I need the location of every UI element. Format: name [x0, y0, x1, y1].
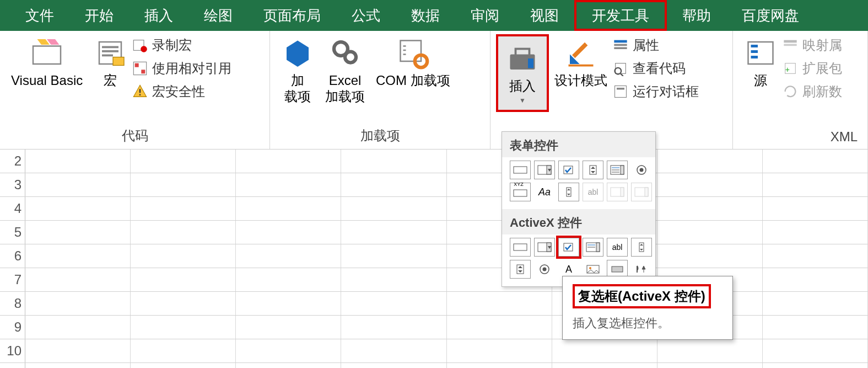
- tooltip-body: 插入复选框控件。: [573, 315, 723, 332]
- tab-baidu-netdisk[interactable]: 百度网盘: [726, 0, 815, 31]
- row-header[interactable]: 2: [0, 150, 25, 173]
- svg-rect-32: [617, 88, 624, 90]
- view-code-button[interactable]: 查看代码: [613, 60, 699, 77]
- use-relative-refs-button[interactable]: 使用相对引用: [132, 60, 231, 77]
- svg-rect-63: [645, 188, 648, 196]
- row-header[interactable]: 5: [0, 221, 25, 244]
- activex-textbox-control[interactable]: abl: [607, 238, 628, 257]
- ribbon-group-addins: 加 载项 Excel 加载项 COM 加载项 加载项: [270, 31, 490, 149]
- svg-rect-24: [572, 42, 587, 58]
- svg-rect-15: [139, 94, 141, 95]
- properties-button[interactable]: 属性: [613, 36, 699, 54]
- tab-data[interactable]: 数据: [396, 0, 455, 31]
- svg-rect-0: [33, 46, 61, 65]
- row-header[interactable]: 3: [0, 173, 25, 196]
- row-header[interactable]: 11: [0, 363, 25, 368]
- tab-draw[interactable]: 绘图: [188, 0, 248, 31]
- row-header[interactable]: 9: [0, 316, 25, 339]
- row-header[interactable]: 6: [0, 244, 25, 268]
- gear-icon: [328, 36, 362, 70]
- svg-marker-16: [287, 41, 309, 67]
- svg-rect-64: [514, 244, 527, 250]
- tab-formulas[interactable]: 公式: [336, 0, 396, 31]
- svg-rect-41: [514, 167, 527, 173]
- activex-command-button-control[interactable]: [510, 238, 531, 257]
- map-properties-icon: [783, 38, 798, 53]
- svg-point-80: [543, 268, 547, 271]
- row-header[interactable]: 8: [0, 292, 25, 315]
- activex-option-button-control[interactable]: [534, 260, 555, 279]
- addins-button[interactable]: 加 载项: [276, 34, 320, 107]
- group-code-label: 代码: [6, 126, 264, 148]
- svg-rect-22: [516, 49, 530, 56]
- form-checkbox-control[interactable]: [558, 161, 579, 179]
- excel-addins-button[interactable]: Excel 加载项: [320, 34, 370, 107]
- activex-spin-button-control[interactable]: [510, 260, 531, 279]
- com-addins-button[interactable]: COM 加载项: [370, 34, 456, 91]
- record-macro-icon: [132, 38, 148, 53]
- svg-rect-56: [514, 190, 527, 196]
- form-combo-dropdown-control[interactable]: [631, 183, 652, 201]
- xml-source-button[interactable]: 源: [738, 34, 783, 91]
- ribbon-group-code: Visual Basic 宏 录制宏 使用相对引用 宏: [0, 31, 270, 149]
- svg-point-9: [141, 46, 147, 52]
- properties-icon: [613, 38, 628, 53]
- form-label-control[interactable]: Aa: [534, 183, 555, 201]
- tab-help[interactable]: 帮助: [667, 0, 726, 31]
- activex-listbox-control[interactable]: [583, 238, 603, 257]
- tab-view[interactable]: 视图: [515, 0, 574, 31]
- macros-label: 宏: [104, 73, 117, 89]
- ribbon: Visual Basic 宏 录制宏 使用相对引用 宏: [0, 31, 868, 150]
- form-combo-list-control[interactable]: [607, 183, 628, 201]
- form-textfield-control[interactable]: abl: [583, 183, 603, 201]
- map-properties-button[interactable]: 映射属: [783, 36, 842, 54]
- form-listbox-control[interactable]: [607, 161, 628, 179]
- activex-combobox-control[interactable]: [534, 238, 555, 257]
- xml-source-label: 源: [754, 73, 767, 89]
- tab-review[interactable]: 审阅: [455, 0, 515, 31]
- run-dialog-button[interactable]: 运行对话框: [613, 83, 699, 100]
- tab-insert[interactable]: 插入: [129, 0, 188, 31]
- svg-rect-7: [113, 57, 124, 66]
- visual-basic-button[interactable]: Visual Basic: [6, 34, 88, 91]
- activex-checkbox-control[interactable]: [558, 238, 579, 257]
- view-code-icon: [613, 61, 628, 76]
- row-header[interactable]: 10: [0, 339, 25, 362]
- row-header[interactable]: 4: [0, 197, 25, 220]
- form-option-button-control[interactable]: [631, 161, 652, 179]
- svg-rect-26: [614, 44, 627, 46]
- com-addins-icon: [396, 36, 429, 70]
- macro-security-button[interactable]: 宏安全性: [132, 83, 231, 100]
- tab-developer[interactable]: 开发工具: [574, 0, 667, 31]
- design-mode-icon: [564, 36, 597, 70]
- svg-rect-35: [751, 50, 758, 53]
- menu-bar: 文件 开始 插入 绘图 页面布局 公式 数据 审阅 视图 开发工具 帮助 百度网…: [0, 0, 868, 31]
- expansion-packs-button[interactable]: + 扩展包: [783, 60, 842, 77]
- properties-label: 属性: [633, 36, 659, 54]
- record-macro-button[interactable]: 录制宏: [132, 36, 231, 54]
- insert-controls-button[interactable]: 插入 ▼: [496, 34, 549, 112]
- row-header[interactable]: 7: [0, 268, 25, 291]
- xml-source-icon: [744, 36, 777, 70]
- tab-home[interactable]: 开始: [69, 0, 129, 31]
- spreadsheet-grid[interactable]: 2 3 4 5 6 7 8 9 10 11: [0, 150, 868, 368]
- tab-file[interactable]: 文件: [10, 0, 69, 31]
- svg-point-82: [589, 267, 591, 269]
- svg-line-30: [621, 73, 623, 76]
- form-scrollbar-control[interactable]: [558, 183, 579, 201]
- form-combobox-control[interactable]: [534, 161, 555, 179]
- expansion-icon: +: [783, 61, 798, 76]
- design-mode-button[interactable]: 设计模式: [549, 34, 613, 91]
- form-groupbox-control[interactable]: XYZ: [510, 183, 531, 201]
- tab-page-layout[interactable]: 页面布局: [248, 0, 336, 31]
- design-mode-label: 设计模式: [554, 73, 607, 89]
- view-code-label: 查看代码: [633, 60, 686, 77]
- activex-scrollbar-control[interactable]: [631, 238, 652, 257]
- macros-button[interactable]: 宏: [88, 34, 132, 91]
- refresh-data-button[interactable]: 刷新数: [783, 83, 842, 100]
- group-xml-label: XML: [738, 128, 862, 148]
- form-button-control[interactable]: [510, 161, 531, 179]
- insert-controls-label: 插入: [509, 78, 536, 94]
- svg-rect-61: [621, 188, 624, 196]
- form-spinner-control[interactable]: [583, 161, 603, 179]
